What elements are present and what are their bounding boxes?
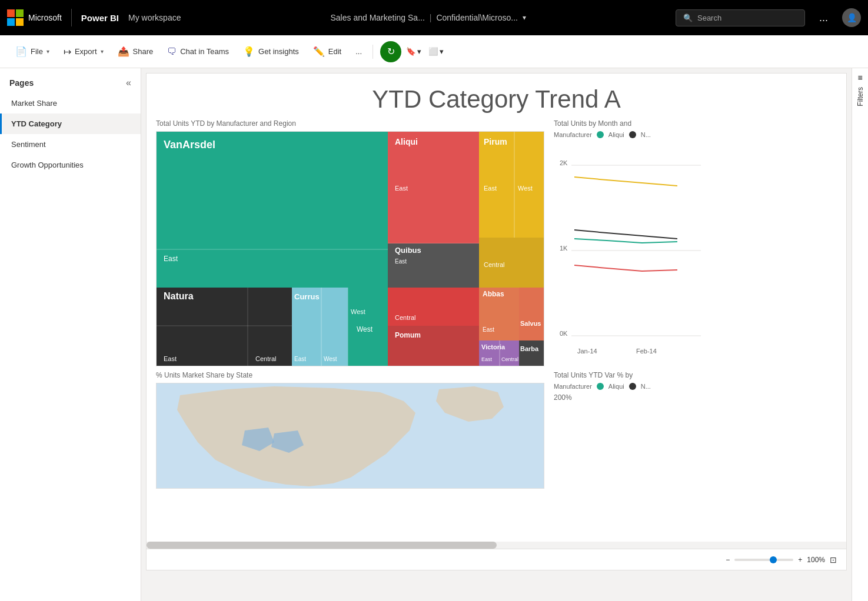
zoom-value: 100% bbox=[807, 556, 825, 564]
x-label-feb14: Feb-14 bbox=[636, 348, 657, 355]
other-legend-label: N... bbox=[641, 131, 651, 138]
filters-label: Filters bbox=[856, 87, 864, 106]
var-n-label: N... bbox=[641, 383, 651, 390]
more-options-button[interactable]: ... bbox=[814, 9, 833, 26]
line-chart-svg: 2K 1K 0K Jan-14 Feb-14 bbox=[554, 142, 837, 359]
sidebar-item-growth-opportunities[interactable]: Growth Opportunities bbox=[0, 155, 141, 175]
file-button[interactable]: 📄 File ▾ bbox=[9, 42, 55, 61]
ms-yellow bbox=[16, 18, 24, 26]
treemap-label-barba: Barba bbox=[520, 345, 539, 352]
treemap-label-natura-east: East bbox=[164, 355, 177, 362]
treemap-label-aliqui: Aliqui bbox=[395, 137, 418, 146]
top-charts-row: Total Units YTD by Manufacturer and Regi… bbox=[147, 119, 846, 366]
sidebar-item-label: YTD Category bbox=[11, 119, 62, 128]
treemap-label-abbas: Abbas bbox=[483, 290, 504, 298]
search-icon: 🔍 bbox=[683, 14, 693, 22]
document-title: Sales and Marketing Sa... | Confidential… bbox=[330, 13, 526, 22]
filters-panel[interactable]: ≡ Filters bbox=[852, 68, 868, 601]
view-button[interactable]: ⬜ ▾ bbox=[426, 44, 446, 59]
sidebar: Pages « Market Share YTD Category Sentim… bbox=[0, 68, 141, 601]
share-button[interactable]: 📤 Share bbox=[112, 42, 159, 61]
top-navigation: Microsoft Power BI My workspace Sales an… bbox=[0, 0, 868, 35]
share-icon: 📤 bbox=[118, 46, 129, 57]
line-teal bbox=[574, 239, 677, 243]
map-chart[interactable] bbox=[156, 383, 544, 489]
zoom-slider[interactable] bbox=[734, 559, 793, 561]
powerbi-brand: Power BI bbox=[81, 13, 119, 23]
y-label-2k: 2K bbox=[560, 159, 568, 166]
treemap-label-vanarsdel-west: West bbox=[351, 308, 365, 315]
file-icon: 📄 bbox=[15, 46, 27, 57]
bottom-charts-row: % Units Market Share by State bbox=[147, 366, 846, 489]
horizontal-scrollbar[interactable] bbox=[147, 542, 846, 549]
search-box[interactable]: 🔍 Search bbox=[676, 9, 805, 26]
chat-in-teams-button[interactable]: 🗨 Chat in Teams bbox=[161, 43, 235, 61]
sidebar-header: Pages « bbox=[0, 68, 141, 93]
ms-green bbox=[16, 9, 24, 17]
treemap-label-vanarsdel: VanArsdel bbox=[164, 139, 215, 151]
user-avatar[interactable]: 👤 bbox=[842, 8, 861, 27]
treemap-label-pirum-central: Central bbox=[484, 261, 504, 268]
share-label: Share bbox=[133, 47, 154, 56]
line-dark bbox=[574, 230, 677, 239]
zoom-plus-icon[interactable]: + bbox=[798, 556, 802, 564]
sidebar-item-market-share[interactable]: Market Share bbox=[0, 93, 141, 113]
var-aliqui-label: Aliqui bbox=[608, 383, 624, 390]
teams-icon: 🗨 bbox=[167, 46, 177, 57]
treemap-chart[interactable]: VanArsdel East Central West Aliqui bbox=[156, 131, 544, 366]
edit-label: Edit bbox=[328, 47, 341, 56]
y-label-0k: 0K bbox=[560, 330, 568, 337]
other-legend-dot bbox=[629, 131, 636, 138]
var-manufacturer-legend: Manufacturer bbox=[554, 383, 592, 390]
treemap-label-currus-east: East bbox=[294, 356, 306, 362]
title-pipe: | bbox=[430, 13, 432, 22]
sidebar-item-label: Growth Opportunities bbox=[11, 161, 84, 169]
var-200-label: 200% bbox=[554, 393, 837, 402]
bookmark-button[interactable]: 🔖 ▾ bbox=[404, 44, 424, 59]
toolbar-more-button[interactable]: ... bbox=[350, 44, 368, 59]
insights-label: Get insights bbox=[258, 47, 299, 56]
treemap-label-pirum-west: West bbox=[518, 185, 533, 192]
y-label-1k: 1K bbox=[560, 245, 568, 252]
var-aliqui-dot bbox=[597, 383, 604, 390]
get-insights-button[interactable]: 💡 Get insights bbox=[237, 42, 305, 61]
toolbar: 📄 File ▾ ↦ Export ▾ 📤 Share 🗨 Chat in Te… bbox=[0, 35, 868, 68]
sidebar-collapse-button[interactable]: « bbox=[126, 78, 131, 88]
aliqui-legend-label: Aliqui bbox=[608, 131, 624, 138]
edit-button[interactable]: ✏️ Edit bbox=[307, 42, 347, 61]
treemap-svg: VanArsdel East Central West Aliqui bbox=[157, 132, 544, 366]
toolbar-divider bbox=[373, 45, 373, 59]
sidebar-item-sentiment[interactable]: Sentiment bbox=[0, 134, 141, 155]
treemap-label-victoria: Victoria bbox=[481, 343, 505, 350]
zoom-fit-icon[interactable]: ⊡ bbox=[830, 555, 837, 565]
sidebar-item-ytd-category[interactable]: YTD Category bbox=[0, 113, 141, 134]
zoom-slider-thumb[interactable] bbox=[770, 556, 777, 563]
sidebar-item-label: Market Share bbox=[11, 99, 57, 108]
refresh-button[interactable]: ↻ bbox=[380, 41, 401, 62]
line-chart-container: 2K 1K 0K Jan-14 Feb-14 bbox=[554, 142, 837, 359]
treemap-label-aliqui-east: East bbox=[395, 185, 408, 192]
bookmark-chevron-icon: ▾ bbox=[417, 47, 421, 56]
scrollbar-thumb[interactable] bbox=[147, 542, 497, 549]
view-icon: ⬜ bbox=[428, 47, 438, 56]
avatar-icon: 👤 bbox=[847, 13, 857, 22]
zoom-minus-icon[interactable]: − bbox=[726, 556, 730, 564]
file-label: File bbox=[31, 47, 43, 56]
treemap-cell-salvus[interactable] bbox=[519, 288, 544, 340]
aliqui-legend-dot bbox=[597, 131, 604, 138]
treemap-label-victoria-east: East bbox=[481, 356, 493, 362]
microsoft-logo: Microsoft bbox=[7, 9, 62, 26]
chevron-down-icon[interactable]: ▾ bbox=[523, 14, 526, 22]
treemap-label-natura: Natura bbox=[164, 291, 194, 301]
doc-subtitle-text: Confidential\Microso... bbox=[436, 13, 518, 22]
treemap-cell-vanarsdel[interactable] bbox=[157, 132, 388, 288]
treemap-label-pomum: Pomum bbox=[395, 331, 421, 339]
var-legend-row: Manufacturer Aliqui N... bbox=[554, 383, 837, 390]
export-chevron-icon: ▾ bbox=[101, 48, 104, 55]
export-button[interactable]: ↦ Export ▾ bbox=[58, 42, 109, 61]
sidebar-title: Pages bbox=[9, 78, 34, 88]
legend-row: Manufacturer Aliqui N... bbox=[554, 131, 837, 138]
treemap-cell-barba[interactable] bbox=[519, 340, 544, 366]
toolbar-dots-icon: ... bbox=[355, 47, 362, 56]
map-section: % Units Market Share by State bbox=[156, 371, 544, 489]
